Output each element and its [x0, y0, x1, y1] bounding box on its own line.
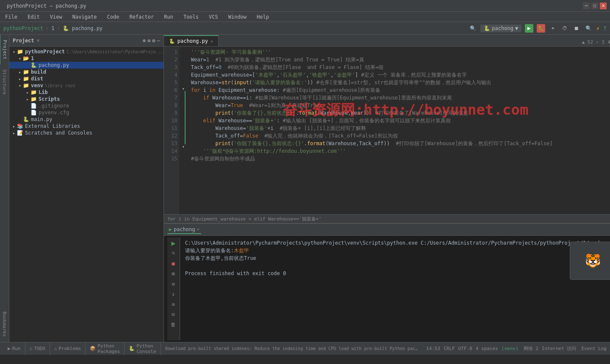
stop-button[interactable]: ⏹: [572, 24, 581, 33]
project-header: Project ▼ ⊕ ≡ ⚙ —: [9, 35, 164, 47]
tree-arrow: ▾: [11, 50, 17, 54]
tree-item-pachong[interactable]: 🐍 pachong.py: [9, 62, 164, 69]
tree-item-lib[interactable]: ▸ 📁 Lib: [9, 89, 164, 96]
problems-label: Problems: [58, 346, 81, 351]
code-line-14: '''版权*@奋斗资源网:http://fendou.boyunnet.com'…: [191, 147, 610, 155]
tree-item-extlibs[interactable]: ▸ 📚 External Libraries: [9, 123, 164, 130]
menu-bar: File Edit View Navigate Code Refactor Ru…: [0, 12, 610, 22]
structure-tab-vert[interactable]: Structure: [0, 64, 9, 100]
menu-window[interactable]: Window: [227, 13, 248, 21]
tree-item-dist[interactable]: ▸ 📁 dist: [9, 75, 164, 82]
expand-icon[interactable]: ⊞: [606, 38, 610, 46]
title-text: pythonProject – pachong.py: [7, 3, 86, 9]
tree-item-gitignore[interactable]: 📄 .gitignore: [9, 102, 164, 109]
menu-tools[interactable]: Tools: [182, 13, 200, 21]
bottom-tab-problems[interactable]: ⚠ Problems: [50, 342, 86, 355]
file-tree: ▾ 📁 pythonProject C:\Users\Administrator…: [9, 47, 164, 342]
run-rerun-icon[interactable]: ↻: [169, 249, 177, 258]
run-stop-icon[interactable]: ■: [169, 259, 177, 268]
tab-label: pachong.py: [177, 38, 208, 44]
run-tab-close[interactable]: ✕: [197, 227, 200, 232]
help-icon[interactable]: ?: [603, 25, 607, 32]
tree-item-scripts[interactable]: ▸ 📁 Scripts: [9, 96, 164, 102]
editor-area: 🐍 pachong.py ✕ ▲ 52 ✓ 3 ⊞ ⚙ 12345 678910…: [164, 35, 610, 342]
notification-icon[interactable]: ⚡: [596, 25, 599, 32]
tree-arrow-extlibs: ▸: [11, 124, 17, 129]
run-config[interactable]: 🐍 pachong ▼: [480, 25, 521, 32]
menu-run[interactable]: Run: [162, 13, 175, 21]
run-button[interactable]: ▶: [525, 24, 533, 33]
menu-file[interactable]: File: [3, 13, 19, 21]
bottom-tool-tabs: ▶ Run ☑ TODO ⚠ Problems 📦 Python Package…: [0, 342, 162, 355]
tree-arrow-lib: ▸: [25, 90, 30, 95]
code-line-8: Wear=True #Wear=1则为真, 真就是True: [191, 102, 610, 109]
status-eventlog[interactable]: Event Log: [581, 346, 607, 351]
project-panel: Project ▼ ⊕ ≡ ⚙ — ▾ 📁 pythonProject C:\U…: [9, 35, 164, 342]
bottom-tab-python-console[interactable]: 🐍 Python Console: [125, 342, 161, 355]
error-counter: ▲ 52 ✓ 3: [582, 39, 604, 45]
status-spaces[interactable]: 4 spaces: [476, 346, 498, 351]
tree-item-venv[interactable]: ▾ 📁 venv library root: [9, 82, 164, 89]
debug-button[interactable]: 🐛: [537, 24, 545, 33]
status-encoding[interactable]: UTF-8: [458, 346, 472, 351]
run-scroll-icon[interactable]: ↕: [169, 290, 177, 298]
bottom-tab-todo[interactable]: ☑ TODO: [25, 342, 50, 355]
menu-navigate[interactable]: Navigate: [71, 13, 99, 21]
run-settings2-icon[interactable]: ⚙: [169, 280, 177, 288]
code-content[interactable]: 奋斗资源网:http://boyunnet.com '''奋斗资源网- 学习装备…: [188, 47, 610, 214]
fold-arrow-6[interactable]: ▾: [182, 86, 185, 91]
bookmarks-tab[interactable]: Bookmarks: [0, 306, 9, 342]
minimize-button[interactable]: ─: [583, 3, 590, 9]
tree-item-build[interactable]: ▸ 📁 build: [9, 69, 164, 75]
breadcrumb-folder[interactable]: 1: [51, 25, 54, 31]
close-button[interactable]: ✕: [600, 3, 607, 9]
tree-item-1[interactable]: ▾ 📂 1: [9, 55, 164, 62]
status-crlf[interactable]: CRLF: [444, 346, 455, 351]
header-icons: ⊕ ≡ ⚙ —: [143, 38, 160, 44]
locate-file-icon[interactable]: ⊕: [143, 38, 146, 44]
collapse-all-icon[interactable]: ≡: [147, 38, 150, 44]
run-input-line: 请输入要穿的装备名:木盔甲: [185, 247, 610, 254]
menu-code[interactable]: Code: [105, 13, 121, 21]
run-trash-icon[interactable]: 🗑: [169, 320, 177, 329]
code-line-3: Tack_off=0 #0则为脱装备,逻辑思想[Flase and Flase …: [191, 63, 610, 71]
tree-item-pythonproject[interactable]: ▾ 📁 pythonProject C:\Users\Administrator…: [9, 48, 164, 55]
run-pause-icon[interactable]: ⊠: [169, 270, 177, 278]
run-tab-pachong[interactable]: ▶ pachong ✕: [167, 226, 201, 234]
hide-panel-icon[interactable]: —: [157, 38, 160, 44]
tree-item-main[interactable]: 🐍 main.py: [9, 116, 164, 123]
project-tab[interactable]: Project: [0, 35, 9, 64]
search-everywhere-button[interactable]: 🔍: [584, 24, 593, 33]
code-line-2: Wear=1 #1 则为穿装备，逻辑思想[True and True = Tru…: [191, 56, 610, 63]
fold-arrow-14[interactable]: ▾: [182, 144, 185, 149]
menu-view[interactable]: View: [48, 13, 64, 21]
todo-icon: ☑: [30, 346, 33, 351]
status-venv[interactable]: (venv): [502, 346, 518, 351]
menu-vcs[interactable]: VCS: [207, 13, 220, 21]
run-collapse-icon[interactable]: ⊟: [169, 310, 177, 319]
maximize-button[interactable]: □: [591, 3, 598, 9]
menu-refactor[interactable]: Refactor: [128, 13, 155, 21]
search-button[interactable]: 🔍: [469, 24, 477, 33]
tree-arrow-dist: ▸: [17, 77, 23, 81]
tab-close[interactable]: ✕: [211, 39, 213, 44]
coverage-button[interactable]: ☂: [549, 24, 557, 33]
tab-pachong[interactable]: 🐍 pachong.py ✕: [164, 35, 219, 46]
tree-item-pyvenv[interactable]: 📄 pyvenv.cfg: [9, 109, 164, 116]
nav-bar: pythonProject › 1 › 🐍 pachong.py 🔍 🐍 pac…: [0, 22, 610, 35]
run-play-icon[interactable]: ▶: [169, 239, 177, 248]
code-line-13: print('你脱了装备{},当前状态:{}'.format(Warehouse…: [191, 140, 610, 147]
status-time: 14:53: [426, 346, 440, 351]
menu-help[interactable]: Help: [255, 13, 271, 21]
tree-options-icon[interactable]: ⚙: [152, 38, 155, 44]
menu-edit[interactable]: Edit: [26, 13, 42, 21]
run-content: C:\Users\Administrator\PycharmProjects\p…: [180, 237, 610, 340]
breadcrumb-file[interactable]: 🐍 pachong.py: [63, 25, 103, 31]
tree-item-scratches[interactable]: ▸ 📝 Scratches and Consoles: [9, 130, 164, 136]
bottom-tab-run[interactable]: ▶ Run: [3, 342, 25, 355]
bottom-tab-python-packages[interactable]: 📦 Python Packages: [86, 342, 125, 355]
profile-button[interactable]: ⏱: [560, 24, 569, 33]
run-filter-icon[interactable]: ≡: [169, 300, 177, 309]
run-tab-label-bottom: Run: [12, 346, 21, 351]
breadcrumb-project[interactable]: pythonProject: [3, 25, 43, 31]
